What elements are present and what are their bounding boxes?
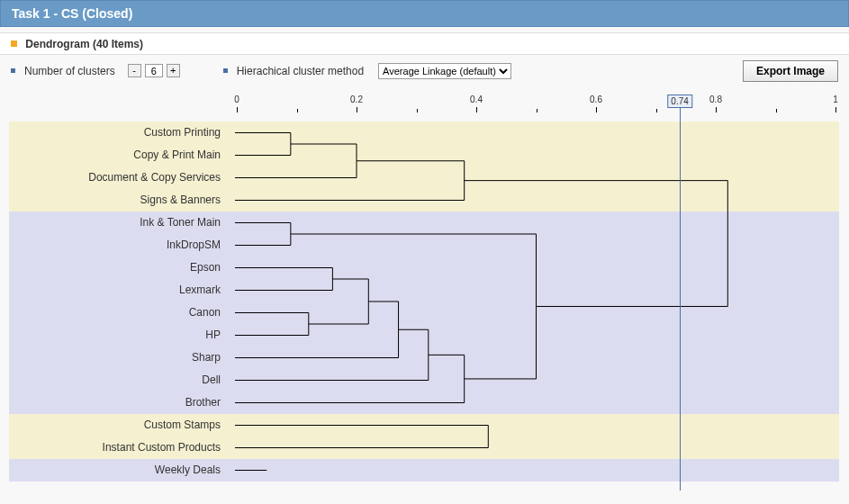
axis-tick-label: 0.8 [709,94,722,104]
dendrogram-chart: 00.20.40.60.81 Custom PrintingCopy & Pri… [7,94,842,490]
threshold-line[interactable] [680,107,681,490]
x-axis: 00.20.40.60.81 [7,94,842,122]
axis-tick-label: 0.4 [470,94,483,104]
subtitle-text: Dendrogram (40 Items) [25,38,143,50]
clusters-value-input[interactable] [145,64,163,77]
bullet-icon [11,40,17,47]
axis-tick-label: 1 [833,94,838,104]
axis-tick-label: 0.6 [590,94,602,104]
method-label: Hierachical cluster method [237,65,364,77]
page-title: Task 1 - CS (Closed) [12,6,132,21]
axis-tick-label: 0 [234,94,239,104]
controls-row: Number of clusters - + Hierachical clust… [0,55,849,87]
clusters-increment-button[interactable]: + [167,64,180,77]
clusters-label: Number of clusters [24,65,115,77]
threshold-marker[interactable]: 0.74 [667,94,691,108]
axis-tick-label: 0.2 [350,94,363,104]
title-bar: Task 1 - CS (Closed) [0,0,849,27]
subtitle-bar: Dendrogram (40 Items) [0,32,849,55]
clusters-decrement-button[interactable]: - [128,64,141,77]
bullet-icon [11,68,15,73]
method-select[interactable]: Average Linkage (default) [378,63,511,79]
bullet-icon [223,68,228,73]
export-image-button[interactable]: Export Image [743,60,838,82]
